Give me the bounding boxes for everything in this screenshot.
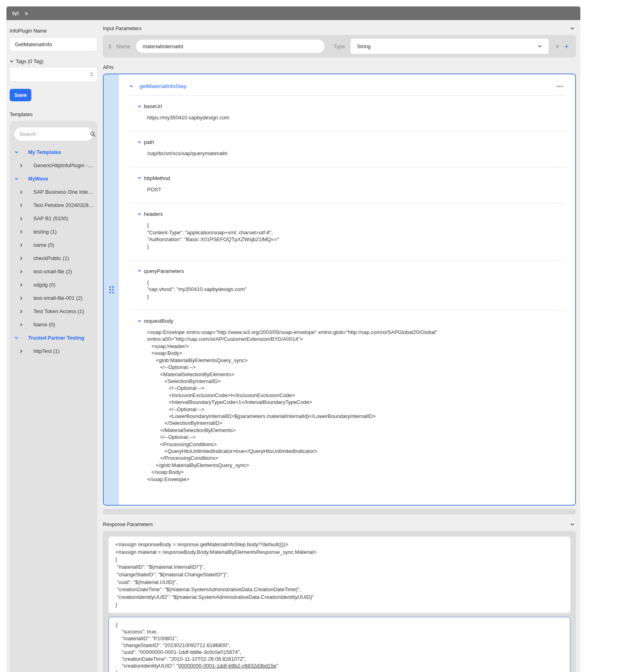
chevron-down-icon — [137, 104, 141, 109]
api-section-queryParameters: queryParameters{"sap-vhost": "my350410.s… — [129, 260, 566, 310]
api-section-header[interactable]: path — [137, 139, 566, 145]
templates-group-label: My Templates — [28, 150, 61, 155]
code-line: <#assign responseBody = response.getMate… — [115, 541, 563, 549]
code-line: <InclusionExclusionCode>I</InclusionExcl… — [147, 392, 566, 399]
topbar-chevron[interactable]: > — [25, 11, 28, 16]
chevron-right-icon[interactable] — [19, 323, 23, 327]
templates-item[interactable]: Name (0) — [13, 318, 94, 331]
tags-select[interactable] — [10, 67, 97, 82]
api-step-header[interactable]: getMaterialInfoStep — [129, 74, 566, 96]
code-line: "changeStateID": "${material.ChangeState… — [115, 571, 563, 579]
api-section-label: path — [144, 139, 154, 145]
search-box — [14, 127, 92, 141]
code-line: <MaterialSelectionByElements> — [147, 371, 566, 378]
templates-item[interactable]: checkPublic (1) — [13, 252, 94, 265]
code-line: </glob:MaterialByElementsQuery_sync> — [147, 462, 566, 469]
search-input[interactable] — [19, 131, 90, 137]
templates-group[interactable]: My Templates — [13, 145, 94, 159]
chevron-right-icon[interactable] — [19, 283, 23, 287]
api-section-path: path/sap/bc/srt/scs/sap/querymaterialin — [129, 131, 566, 167]
tags-toggle[interactable]: Tags (0 Tag) — [10, 59, 97, 64]
code-line: <IntervalBoundaryTypeCode>1</IntervalBou… — [147, 399, 566, 406]
chevron-down-icon[interactable] — [14, 150, 18, 154]
templates-group-label: Trusted Partner Testing — [28, 335, 84, 341]
templates-item-label: httpTest (1) — [33, 348, 59, 354]
chevron-right-icon[interactable] — [19, 190, 23, 194]
templates-item-label: test-small-file-001 (2) — [33, 295, 82, 301]
templates-item[interactable]: httpTest (1) — [13, 344, 94, 358]
api-sections: baseUrlhttps://my350410.sapbydesign.comp… — [129, 96, 566, 493]
code-line: "creationIdentityUUID": "00000000-0001-1… — [116, 663, 563, 670]
chevron-down-icon[interactable] — [14, 177, 18, 181]
horizontal-scrollbar[interactable] — [103, 509, 576, 514]
more-options-button[interactable] — [555, 84, 565, 89]
templates-group[interactable]: MyWave — [13, 172, 94, 185]
templates-item-label: GenericHttpInfoPlugin - 1.0.0 — [33, 162, 94, 168]
templates-item[interactable]: test-small-file (2) — [13, 265, 94, 278]
input-parameter-row: 1 Name Type String x + — [103, 35, 576, 57]
response-template-editor[interactable]: <#assign responseBody = response.getMate… — [109, 537, 570, 613]
collapse-response-parameters-icon[interactable] — [570, 522, 575, 527]
code-line: } — [116, 670, 563, 672]
api-section-content: {"Content-Type": "application/soap+xml; … — [147, 222, 566, 250]
chevron-right-icon[interactable] — [19, 230, 23, 234]
api-section-label: baseUrl — [144, 103, 162, 109]
templates-item[interactable]: testing (1) — [13, 225, 94, 238]
code-line: <!--Optional:--> — [147, 434, 566, 440]
api-section-header[interactable]: baseUrl — [137, 103, 566, 109]
code-line: </soap:Envelope> — [147, 476, 566, 483]
add-parameter-button[interactable]: + — [564, 43, 569, 50]
chevron-right-icon[interactable] — [19, 349, 23, 353]
chevron-down-icon — [137, 319, 141, 323]
templates-item[interactable]: GenericHttpInfoPlugin - 1.0.0 — [13, 159, 94, 172]
chevron-right-icon[interactable] — [19, 296, 23, 300]
stepper-icon — [90, 72, 94, 77]
code-line: { — [116, 622, 563, 629]
param-type-select[interactable]: String — [350, 39, 549, 54]
code-line: <soap:Header/> — [147, 343, 566, 350]
chevron-right-icon[interactable] — [19, 270, 23, 274]
chevron-down-icon[interactable] — [14, 336, 18, 340]
save-button[interactable]: Save — [10, 89, 31, 101]
templates-item[interactable]: SAP Business One Integrati.. — [13, 185, 94, 199]
chevron-down-icon — [129, 84, 133, 88]
code-line: "materialID": "P100801", — [116, 635, 563, 642]
code-line: "Content-Type": "application/soap+xml; c… — [147, 229, 566, 236]
api-section-headers: headers{"Content-Type": "application/soa… — [129, 203, 566, 260]
infoplugin-name-input[interactable] — [10, 37, 97, 51]
drag-handle-icon[interactable] — [109, 286, 114, 293]
code-line: POST — [147, 186, 566, 193]
templates-item[interactable]: Test Petstore 20240328 (3) — [13, 199, 94, 212]
search-icon[interactable] — [90, 131, 96, 137]
api-section-header[interactable]: requestBody — [137, 318, 566, 324]
code-line: "creationDateTime": "${material.SystemAd… — [115, 586, 563, 594]
code-line: { — [115, 556, 563, 563]
chevron-right-icon[interactable] — [19, 256, 23, 260]
content: Input Parameters 1 Name Type String x + — [103, 20, 576, 672]
chevron-right-icon[interactable] — [19, 217, 23, 221]
infoplugin-name-label: InfoPlugin Name — [10, 28, 97, 34]
chevron-down-icon — [537, 44, 542, 49]
templates-group[interactable]: Trusted Partner Testing — [13, 331, 94, 344]
templates-item[interactable]: sdgdg (0) — [13, 278, 94, 291]
templates-label: Templates — [10, 112, 97, 117]
chevron-right-icon[interactable] — [19, 203, 23, 207]
chevron-right-icon[interactable] — [19, 243, 23, 247]
chevron-right-icon[interactable] — [19, 164, 23, 168]
chevron-right-icon[interactable] — [19, 309, 23, 313]
response-result-box[interactable]: { "success": true, "materialID": "P10080… — [109, 617, 570, 672]
api-section-label: requestBody — [144, 318, 173, 324]
collapse-input-parameters-icon[interactable] — [570, 26, 575, 31]
templates-item[interactable]: name (0) — [13, 238, 94, 252]
templates-item[interactable]: test-small-file-001 (2) — [13, 291, 94, 305]
param-name-input[interactable] — [136, 39, 325, 53]
api-section-header[interactable]: headers — [137, 211, 566, 217]
chevron-down-icon — [137, 140, 141, 144]
api-section-header[interactable]: queryParameters — [137, 268, 566, 274]
remove-parameter-button[interactable]: x — [556, 43, 559, 49]
templates-item[interactable]: Test Token Access (1) — [13, 305, 94, 318]
api-section-header[interactable]: httpMethod — [137, 175, 566, 181]
code-line: <!--Optional:--> — [147, 364, 566, 371]
templates-item[interactable]: SAP B1 (5100) — [13, 212, 94, 225]
code-line: "success": true, — [116, 629, 563, 635]
